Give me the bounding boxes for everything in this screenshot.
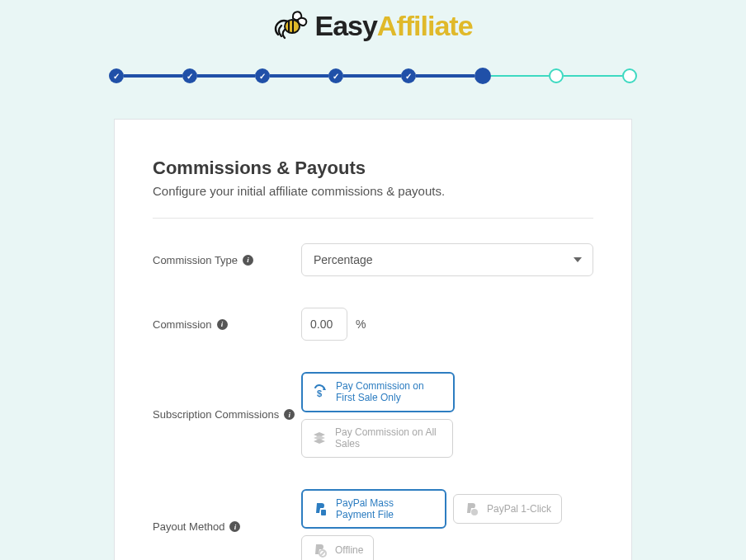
- divider: [153, 218, 593, 219]
- label-subscription-commissions: Subscription Commissions i: [153, 408, 301, 421]
- step-segment: [197, 74, 256, 78]
- step-6-current: [475, 68, 491, 84]
- label-commission-type: Commission Type i: [153, 254, 301, 266]
- settings-card: Commissions & Payouts Configure your ini…: [114, 119, 632, 560]
- logo-text: EasyAffiliate: [314, 10, 472, 42]
- label-payout-method: Payout Method i: [153, 520, 301, 533]
- bee-icon: [273, 8, 309, 43]
- commission-type-select-wrap[interactable]: Percentage: [301, 243, 593, 276]
- commission-input[interactable]: [301, 308, 347, 341]
- option-label: PayPal Mass Payment File: [336, 497, 435, 521]
- option-label: Offline: [335, 544, 363, 556]
- row-commission-type: Commission Type i Percentage: [153, 243, 593, 276]
- svg-point-7: [471, 509, 478, 515]
- label-commission: Commission i: [153, 318, 301, 331]
- logo-text-affiliate: Affiliate: [377, 10, 473, 41]
- paypal-icon: [464, 501, 479, 516]
- row-commission: Commission i %: [153, 308, 593, 341]
- paypal-icon: [313, 501, 328, 516]
- option-all-sales[interactable]: Pay Commission on All Sales: [301, 419, 453, 458]
- svg-line-9: [320, 551, 325, 556]
- step-4: [328, 68, 343, 83]
- label-text: Commission Type: [153, 254, 238, 266]
- label-text: Payout Method: [153, 520, 224, 533]
- row-subscription-commissions: Subscription Commissions i $ Pay Commiss…: [153, 372, 593, 458]
- svg-marker-5: [314, 439, 325, 444]
- step-segment: [491, 75, 550, 77]
- step-segment: [564, 75, 622, 77]
- step-8: [622, 68, 637, 83]
- step-7: [549, 68, 564, 83]
- info-icon[interactable]: i: [229, 521, 240, 532]
- step-5: [401, 68, 416, 83]
- progress-stepper: [109, 68, 637, 84]
- option-first-sale-only[interactable]: $ Pay Commission on First Sale Only: [301, 372, 455, 412]
- step-3: [255, 68, 270, 83]
- paypal-offline-icon: [312, 543, 327, 558]
- label-text: Commission: [153, 318, 212, 331]
- info-icon[interactable]: i: [243, 255, 253, 266]
- option-paypal-1click[interactable]: PayPal 1-Click: [453, 494, 562, 524]
- option-label: PayPal 1-Click: [487, 503, 551, 515]
- svg-text:$: $: [317, 388, 322, 398]
- step-segment: [343, 74, 402, 78]
- step-segment: [270, 74, 328, 78]
- row-payout-method: Payout Method i PayPal Mass Payment File: [153, 489, 593, 560]
- option-offline[interactable]: Offline: [301, 535, 374, 560]
- dollar-cycle-icon: $: [313, 384, 328, 399]
- stack-icon: [312, 431, 327, 445]
- step-2: [182, 68, 197, 83]
- info-icon[interactable]: i: [284, 409, 295, 420]
- logo: EasyAffiliate: [273, 8, 472, 43]
- logo-text-easy: Easy: [314, 10, 376, 41]
- info-icon[interactable]: i: [217, 319, 228, 330]
- page-subtitle: Configure your initial affiliate commiss…: [153, 184, 593, 198]
- option-label: Pay Commission on First Sale Only: [336, 380, 443, 404]
- page-title: Commissions & Payouts: [153, 158, 593, 179]
- svg-rect-6: [321, 510, 326, 515]
- commission-unit: %: [356, 318, 366, 331]
- label-text: Subscription Commissions: [153, 408, 279, 421]
- step-segment: [124, 74, 182, 78]
- step-segment: [416, 74, 475, 78]
- option-label: Pay Commission on All Sales: [335, 426, 442, 450]
- step-1: [109, 68, 124, 83]
- option-paypal-mass-file[interactable]: PayPal Mass Payment File: [301, 489, 446, 529]
- commission-type-select[interactable]: Percentage: [301, 243, 593, 276]
